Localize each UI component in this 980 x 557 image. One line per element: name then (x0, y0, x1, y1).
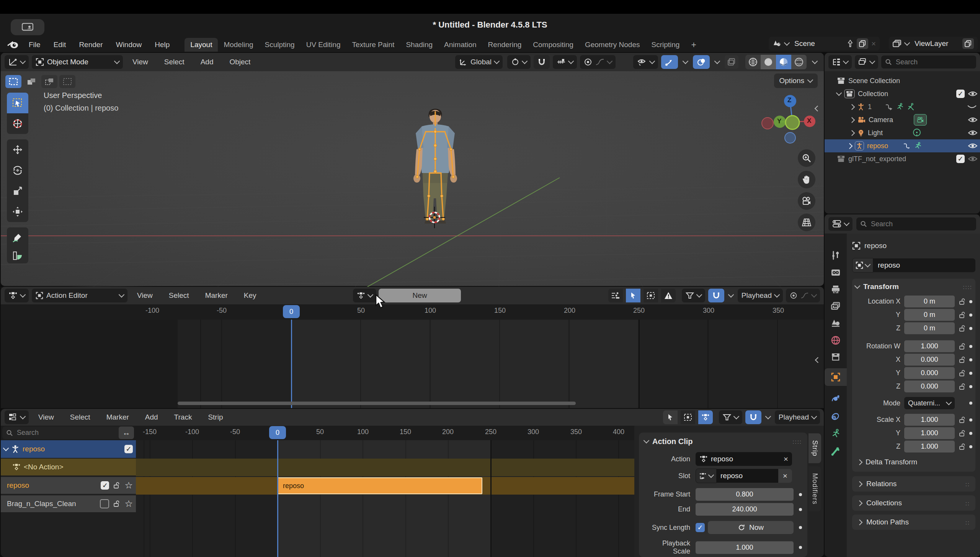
outliner-search[interactable] (881, 56, 976, 69)
scale-x-field[interactable]: 1.000 (904, 414, 955, 426)
object-id-icon-button[interactable] (852, 258, 873, 273)
chevron-down-icon[interactable] (765, 413, 771, 419)
tab-object-data-icon[interactable] (831, 429, 841, 439)
shading-wireframe-icon[interactable] (745, 55, 761, 69)
dopesheet-mode-dropdown[interactable]: Action Editor (32, 289, 127, 302)
tool-transform-button[interactable] (7, 201, 28, 222)
properties-search[interactable] (856, 217, 976, 230)
workspace-tab-compositing[interactable]: Compositing (527, 38, 579, 52)
proportional-edit-button[interactable] (786, 289, 820, 302)
unlock-icon[interactable] (959, 325, 966, 332)
animate-dot-icon[interactable] (969, 372, 972, 375)
filter-button[interactable] (719, 410, 742, 424)
workspace-tab-modeling[interactable]: Modeling (218, 38, 259, 52)
menu-help[interactable]: Help (148, 41, 176, 49)
tab-physics-icon[interactable] (831, 394, 841, 403)
nla-playhead-line[interactable] (277, 440, 278, 557)
animate-dot-icon[interactable] (969, 402, 972, 405)
chevron-down-icon[interactable] (3, 445, 9, 451)
box-select-icon[interactable] (681, 410, 695, 424)
chevron-down-icon[interactable] (728, 291, 734, 297)
outliner-editor-type-button[interactable] (828, 55, 852, 69)
properties-editor-type-button[interactable] (828, 217, 853, 231)
location-z-field[interactable]: 0 m (904, 322, 955, 334)
object-name-field[interactable]: reposo (873, 258, 975, 272)
unlock-icon[interactable] (959, 311, 966, 319)
gizmos-toggle-button[interactable] (661, 55, 678, 69)
rotation-z-field[interactable]: 0.000 (904, 381, 955, 392)
animate-dot-icon[interactable] (969, 345, 972, 348)
tab-collection-props-icon[interactable] (831, 353, 840, 361)
collections-panel[interactable]: Collections :: (852, 495, 975, 511)
track-mute-checkbox[interactable] (100, 499, 109, 508)
chevron-down-icon[interactable] (683, 58, 689, 64)
eye-icon[interactable] (968, 129, 978, 136)
panel-drag-dots-icon[interactable]: :: (965, 481, 970, 487)
tool-select-box-button[interactable] (7, 93, 28, 113)
panel-drag-dots-icon[interactable]: :::: (792, 438, 802, 445)
warning-errors-icon[interactable] (661, 289, 676, 302)
action-name-value[interactable]: reposo (711, 455, 781, 463)
workspace-tab-layout[interactable]: Layout (185, 38, 218, 52)
xray-toggle-icon[interactable] (725, 55, 738, 69)
breadcrumb-object-name[interactable]: reposo (864, 242, 887, 250)
viewport-menu-select[interactable]: Select (158, 58, 191, 66)
unlink-action-icon[interactable]: × (784, 454, 788, 464)
tab-tool-icon[interactable] (831, 250, 841, 260)
slot-id-field[interactable]: reposo × (696, 469, 792, 483)
shading-rendered-icon[interactable] (791, 55, 807, 69)
tab-world-icon[interactable] (831, 335, 841, 345)
collection-checkbox[interactable]: ✓ (956, 90, 965, 98)
nla-track-label[interactable]: Brag_n_Claps_Clean (7, 500, 96, 508)
outliner-item-label[interactable]: Camera (869, 116, 893, 124)
unlock-icon[interactable] (959, 443, 966, 451)
nla-track-row-reposo[interactable]: reposo ✓ ☆ (1, 477, 136, 494)
playhead-badge[interactable]: 0 (283, 305, 300, 318)
outliner-item-label[interactable]: glTF_not_exported (848, 155, 906, 163)
outliner-display-mode-button[interactable] (855, 55, 878, 69)
mode-selector[interactable]: Object Mode (32, 55, 123, 69)
outliner-row-gltf[interactable]: glTF_not_exported ✓ (827, 152, 978, 165)
animate-dot-icon[interactable] (969, 358, 972, 361)
workspace-tab-uv-editing[interactable]: UV Editing (301, 38, 346, 52)
slot-name-field[interactable]: reposo (717, 469, 778, 483)
panel-drag-dots-icon[interactable]: :: (965, 519, 970, 526)
animate-dot-icon[interactable] (969, 314, 972, 317)
animate-dot-icon[interactable] (799, 493, 802, 496)
dopesheet-menu-key[interactable]: Key (237, 291, 263, 300)
workspace-tab-shading[interactable]: Shading (400, 38, 438, 52)
tool-move-button[interactable] (7, 139, 28, 160)
slot-icon-dropdown[interactable] (696, 469, 717, 483)
invert-filter-icon[interactable]: ↔ (119, 426, 134, 439)
pan-hand-button[interactable] (798, 171, 815, 188)
frame-start-field[interactable]: 0.800 (696, 488, 794, 501)
action-id-field[interactable]: reposo × (696, 452, 792, 466)
unlock-icon[interactable] (113, 482, 121, 489)
sync-now-button[interactable]: Now (708, 521, 794, 534)
transform-orientation-button[interactable]: Global (455, 55, 503, 69)
shading-material-icon[interactable] (776, 55, 791, 69)
gizmo-y-label[interactable]: Y (777, 118, 781, 125)
scene-selector[interactable]: Scene × (769, 37, 880, 51)
playhead-snap-dropdown[interactable]: Playhead (738, 289, 783, 302)
gizmo-z-label[interactable]: Z (787, 96, 791, 104)
viewport-menu-add[interactable]: Add (194, 58, 220, 66)
tab-object-icon[interactable] (825, 368, 847, 386)
nla-no-action-row[interactable]: <No Action> (1, 459, 136, 475)
expand-arrow-icon[interactable] (847, 143, 853, 149)
frame-end-field[interactable]: 240.000 (696, 503, 794, 516)
snap-button[interactable] (708, 289, 724, 302)
panel-drag-dots-icon[interactable]: :: (965, 500, 970, 506)
nla-menu-marker[interactable]: Marker (100, 413, 136, 421)
track-enable-checkbox[interactable]: ✓ (124, 445, 133, 453)
eye-closed-icon[interactable] (967, 104, 977, 109)
editor-type-button[interactable] (5, 55, 29, 69)
tool-measure-button[interactable] (7, 248, 28, 263)
unlock-icon[interactable] (959, 383, 966, 390)
overlays-toggle-button[interactable] (693, 55, 710, 69)
scale-z-field[interactable]: 1.000 (904, 441, 955, 452)
outliner-row-reposo[interactable]: reposo (825, 139, 980, 152)
action-id-button[interactable] (353, 289, 376, 302)
tab-strip[interactable]: Strip (808, 433, 821, 463)
eye-icon[interactable] (968, 90, 978, 97)
